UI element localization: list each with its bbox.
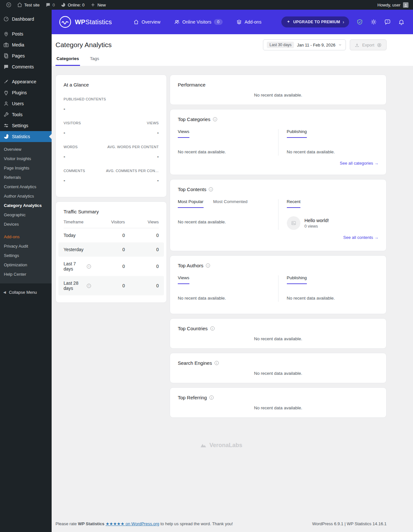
submenu-item[interactable]: Geographic <box>0 210 52 220</box>
submenu-item[interactable]: Devices <box>0 220 52 229</box>
submenu-item[interactable]: Add-ons <box>0 232 52 241</box>
wordpress-logo-menu[interactable]: W <box>3 0 14 10</box>
date-range-text: Jan 11 - Feb 9, 2026 <box>297 43 335 47</box>
submenu-item[interactable]: Optimization <box>0 260 52 270</box>
tab-views[interactable]: Views <box>178 275 189 284</box>
nav-overview[interactable]: Overview <box>133 19 160 25</box>
notifications-button[interactable] <box>398 19 405 25</box>
card-title: Performance <box>178 82 206 87</box>
rate-prefix: Please rate <box>55 521 77 526</box>
wordpress-logo-icon: W <box>6 2 11 7</box>
info-icon[interactable] <box>87 284 91 288</box>
sidebar-item-settings[interactable]: Settings <box>0 120 52 131</box>
tab-views[interactable]: Views <box>178 129 189 138</box>
chevron-down-icon <box>338 43 342 47</box>
sidebar-item-plugins[interactable]: Plugins <box>0 87 52 98</box>
submenu-item[interactable]: Help Center <box>0 270 52 279</box>
wp-statistics-brand[interactable]: WPStatistics <box>59 15 112 28</box>
content-title: Hello world! <box>305 218 329 223</box>
sidebar-item-posts[interactable]: Posts <box>0 28 52 39</box>
sparkle-icon <box>286 20 291 24</box>
admin-bar-comments[interactable]: 0 <box>43 0 58 10</box>
info-icon[interactable] <box>210 326 215 331</box>
empty-state-text: No recent data available. <box>178 336 378 341</box>
upgrade-to-premium-button[interactable]: UPGRADE TO PREMIUM <box>281 16 349 27</box>
tab-recent[interactable]: Recent <box>287 199 301 208</box>
rate-suffix: to help us spread the word. Thank you! <box>160 521 233 526</box>
sidebar-item-media[interactable]: Media <box>0 39 52 50</box>
info-icon[interactable] <box>209 395 214 400</box>
see-all-contents-link[interactable]: See all contents → <box>178 235 378 240</box>
user-icon <box>3 101 9 107</box>
submenu-item[interactable]: Category Analytics <box>0 201 52 210</box>
pie-chart-icon <box>3 134 9 139</box>
mountain-logo-icon <box>200 442 207 449</box>
export-button[interactable]: Export <box>350 39 387 50</box>
admin-bar-site[interactable]: Test site <box>14 0 43 10</box>
admin-bar-account[interactable]: Howdy, user <box>378 2 410 8</box>
info-icon[interactable] <box>209 187 213 191</box>
submenu-item[interactable]: Referrals <box>0 173 52 182</box>
metric-value: - <box>107 154 159 159</box>
metric-label: AVG. COMMENTS PER CON… <box>106 169 159 173</box>
traffic-row: Today 0 0 <box>58 228 164 242</box>
wordpress-org-link[interactable]: ★★★★★ on WordPress.org <box>106 521 159 526</box>
column-header: Timeframe <box>64 220 91 224</box>
traffic-row <box>50 347 172 356</box>
plug-icon <box>3 90 9 96</box>
sidebar-item-tools[interactable]: Tools <box>0 109 52 120</box>
sidebar-label: Users <box>12 101 24 106</box>
export-label: Export <box>362 43 374 47</box>
tab-most-commented[interactable]: Most Commented <box>213 199 248 208</box>
info-icon[interactable] <box>206 263 210 268</box>
card-title: At a Glance <box>64 82 89 87</box>
column-header: Views <box>125 220 159 224</box>
info-icon[interactable] <box>213 117 217 121</box>
sidebar-item-statistics[interactable]: Statistics <box>0 131 52 142</box>
user-icon <box>404 3 408 7</box>
nav-addons[interactable]: Add-ons <box>236 19 261 25</box>
info-icon[interactable] <box>87 264 91 269</box>
tab-most-popular[interactable]: Most Popular <box>178 199 204 208</box>
sidebar-item-comments[interactable]: Comments <box>0 61 52 72</box>
sidebar-label: Plugins <box>12 90 27 95</box>
sidebar-item-appearance[interactable]: Appearance <box>0 76 52 87</box>
see-all-categories-link[interactable]: See all categories → <box>178 161 378 166</box>
tab-publishing[interactable]: Publishing <box>287 275 307 284</box>
submenu-item[interactable]: Author Analytics <box>0 191 52 201</box>
visitors-value: 0 <box>91 247 125 252</box>
tab-categories[interactable]: Categories <box>55 56 80 66</box>
empty-state-text: No recent data available. <box>178 149 270 156</box>
timeframe-label: Last 7 days <box>64 261 85 271</box>
views-value: 0 <box>125 283 159 288</box>
metric-label: WORDS <box>64 145 78 149</box>
help-button[interactable]: ? <box>384 19 391 25</box>
tab-tags[interactable]: Tags <box>89 56 100 66</box>
nav-online-visitors[interactable]: Online Visitors 0 <box>174 19 223 25</box>
submenu-item[interactable]: Settings <box>0 251 52 260</box>
timeframe-label: Today <box>64 233 76 238</box>
pages-icon <box>3 53 9 59</box>
submenu-item[interactable]: Page Insights <box>0 163 52 173</box>
submenu-item[interactable]: Privacy Audit <box>0 241 52 251</box>
admin-bar-online[interactable]: Online: 0 <box>58 0 87 10</box>
submenu-item[interactable]: Overview <box>0 145 52 154</box>
collapse-menu-button[interactable]: ◀ Collapse Menu <box>0 287 52 298</box>
date-range-picker[interactable]: Last 30 days Jan 11 - Feb 9, 2026 <box>263 39 346 50</box>
sidebar-item-users[interactable]: Users <box>0 98 52 109</box>
info-icon[interactable] <box>215 361 219 365</box>
sidebar-item-dashboard[interactable]: Dashboard <box>0 14 52 25</box>
recent-content-item[interactable]: Hello world! 0 views <box>287 216 379 230</box>
privacy-status-button[interactable] <box>357 19 363 25</box>
empty-state-text: No recent data available. <box>178 93 378 97</box>
submenu-item[interactable]: Visitor Insights <box>0 154 52 163</box>
admin-bar-new[interactable]: New <box>87 0 109 10</box>
submenu-item[interactable]: Content Analytics <box>0 182 52 191</box>
menu-separator <box>0 25 52 28</box>
brush-icon <box>3 79 9 85</box>
settings-button[interactable] <box>370 19 377 25</box>
wp-statistics-logo-icon <box>59 15 72 28</box>
metric-label: COMMENTS <box>64 169 85 173</box>
tab-publishing[interactable]: Publishing <box>287 129 307 138</box>
sidebar-item-pages[interactable]: Pages <box>0 50 52 61</box>
